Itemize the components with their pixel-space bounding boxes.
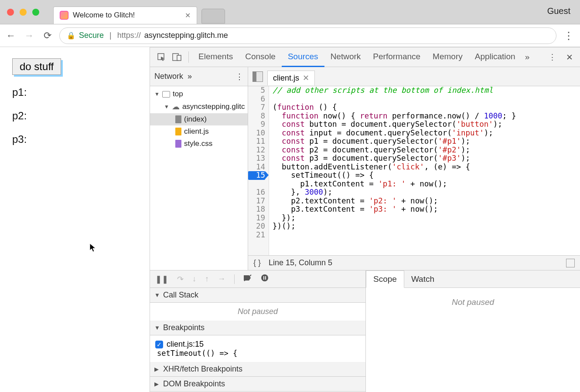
disclosure-triangle-icon: ▼ (154, 292, 160, 298)
debugger-toolbar: ❚❚ ↷ ↓ ↑ → (150, 270, 365, 288)
navigator-header: Network » ⋮ (150, 67, 248, 86)
pause-on-exceptions-icon[interactable] (261, 274, 269, 284)
back-button[interactable]: ← (4, 29, 17, 42)
step-out-icon: ↑ (205, 274, 209, 284)
devtools-tab-sources[interactable]: Sources (282, 47, 324, 67)
window-titlebar: Welcome to Glitch! ✕ Guest (0, 0, 580, 24)
page-content: do stuff p1: p2: p3: (0, 47, 150, 392)
disclosure-triangle-icon: ▶ (154, 381, 160, 387)
toggle-debugger-sidebar-icon[interactable] (566, 259, 575, 267)
debugger-left: ❚❚ ↷ ↓ ↑ → ▼ (150, 270, 366, 392)
close-devtools-icon[interactable]: ✕ (563, 52, 577, 62)
debugger-panel: ❚❚ ↷ ↓ ↑ → ▼ (150, 270, 580, 392)
p3-label: p3: (12, 133, 137, 145)
devtools-body: Network » ⋮ ▼ top ▼ ☁ asyncste (150, 67, 580, 392)
xhr-breakpoints-header[interactable]: ▶ XHR/fetch Breakpoints (150, 362, 365, 377)
css-file-icon (175, 140, 181, 148)
breakpoint-row[interactable]: ✓ client.js:15 (155, 340, 360, 349)
tree-top[interactable]: ▼ top (150, 88, 248, 100)
tree-label: top (173, 90, 183, 98)
devtools-tab-elements[interactable]: Elements (192, 47, 239, 67)
editor-area: client.js ✕ 5 6 7 8 9 10 11 12 13 14 15 … (248, 67, 580, 270)
breakpoint-snippet: setTimeout(() => { (155, 349, 360, 358)
deactivate-breakpoints-icon[interactable] (243, 274, 252, 284)
breakpoints-header[interactable]: ▼ Breakpoints (150, 321, 365, 335)
tree-label: style.css (184, 139, 212, 148)
url-separator: | (107, 31, 114, 40)
scope-body: Not paused (366, 288, 580, 317)
browser-tab[interactable]: Welcome to Glitch! ✕ (53, 7, 197, 24)
tree-file-clientjs[interactable]: client.js (150, 125, 248, 138)
js-file-icon (175, 128, 181, 135)
inspect-element-icon[interactable] (154, 49, 169, 65)
debugger-right: Scope Watch Not paused (366, 270, 580, 392)
xhr-breakpoints-label: XHR/fetch Breakpoints (163, 365, 242, 374)
editor-status-bar: { } Line 15, Column 5 (248, 255, 580, 270)
tree-domain[interactable]: ▼ ☁ asyncstepping.glitc (150, 100, 248, 113)
minimize-window-button[interactable] (20, 9, 27, 16)
new-tab-button[interactable] (201, 9, 225, 24)
breakpoints-label: Breakpoints (163, 323, 205, 332)
scope-watch-tabs: Scope Watch (366, 270, 580, 288)
dom-breakpoints-header[interactable]: ▶ DOM Breakpoints (150, 377, 365, 392)
maximize-window-button[interactable] (32, 9, 39, 16)
tree-label: asyncstepping.glitc (182, 102, 245, 111)
disclosure-triangle-icon[interactable]: ▼ (164, 104, 169, 110)
forward-button: → (23, 29, 36, 42)
pause-icon[interactable]: ❚❚ (155, 274, 168, 284)
url-host: asyncstepping.glitch.me (144, 31, 228, 40)
call-stack-label: Call Stack (163, 291, 198, 300)
file-tree: ▼ top ▼ ☁ asyncstepping.glitc (index) (150, 86, 248, 152)
navigator-tab[interactable]: Network (154, 72, 183, 81)
devtools-tab-application[interactable]: Application (469, 47, 522, 67)
browser-menu-button[interactable]: ⋮ (562, 29, 576, 43)
tree-file-index[interactable]: (index) (150, 113, 248, 125)
close-editor-tab-icon[interactable]: ✕ (303, 73, 309, 83)
breakpoint-checkbox[interactable]: ✓ (155, 341, 163, 348)
more-tabs-icon[interactable]: » (522, 52, 533, 62)
step-icon: → (218, 274, 225, 284)
source-text[interactable]: // add other scripts at the bottom of in… (269, 86, 516, 255)
do-stuff-button[interactable]: do stuff (12, 58, 61, 75)
toggle-navigator-icon[interactable] (252, 71, 263, 82)
close-window-button[interactable] (7, 9, 14, 16)
editor-tab-clientjs[interactable]: client.js ✕ (267, 71, 315, 85)
step-into-icon: ↓ (192, 274, 196, 284)
source-code[interactable]: 5 6 7 8 9 10 11 12 13 14 15 16 17 18 19 … (248, 86, 580, 255)
editor-tab-label: client.js (273, 74, 299, 83)
devtools-menu-icon[interactable]: ⋮ (545, 52, 560, 62)
lock-icon: 🔒 (67, 31, 75, 40)
watch-tab[interactable]: Watch (404, 271, 441, 287)
secure-label: Secure (79, 31, 104, 40)
call-stack-header[interactable]: ▼ Call Stack (150, 288, 365, 303)
disclosure-triangle-icon[interactable]: ▼ (154, 91, 160, 97)
sources-navigator: Network » ⋮ ▼ top ▼ ☁ asyncste (150, 67, 248, 270)
reload-button[interactable]: ⟳ (41, 29, 54, 42)
mouse-cursor-icon (89, 243, 96, 255)
url-scheme: https:// (117, 31, 141, 40)
devtools-tab-network[interactable]: Network (324, 47, 367, 67)
tree-file-stylecss[interactable]: style.css (150, 138, 248, 150)
navigator-menu-icon[interactable]: ⋮ (235, 72, 243, 81)
guest-label[interactable]: Guest (547, 6, 570, 16)
devtools-tab-performance[interactable]: Performance (367, 47, 426, 67)
svg-rect-2 (177, 55, 181, 61)
svg-point-4 (261, 274, 268, 281)
pretty-print-icon[interactable]: { } (253, 258, 261, 267)
device-toolbar-icon[interactable] (169, 49, 185, 65)
devtools-tab-console[interactable]: Console (239, 47, 282, 67)
omnibox[interactable]: 🔒 Secure | https://asyncstepping.glitch.… (59, 27, 556, 44)
file-icon (175, 115, 181, 123)
devtools-tab-memory[interactable]: Memory (426, 47, 469, 67)
tab-title: Welcome to Glitch! (73, 11, 181, 20)
scope-tab[interactable]: Scope (366, 270, 404, 288)
separator (234, 274, 235, 284)
window-controls (0, 9, 46, 16)
close-tab-icon[interactable]: ✕ (185, 11, 191, 20)
cursor-position: Line 15, Column 5 (269, 258, 332, 267)
breakpoints-body: ✓ client.js:15 setTimeout(() => { (150, 335, 365, 362)
navigator-more-tabs-icon[interactable]: » (188, 72, 192, 81)
line-gutter[interactable]: 5 6 7 8 9 10 11 12 13 14 15 16 17 18 19 … (248, 86, 269, 255)
p1-label: p1: (12, 86, 137, 98)
svg-rect-6 (265, 276, 266, 280)
